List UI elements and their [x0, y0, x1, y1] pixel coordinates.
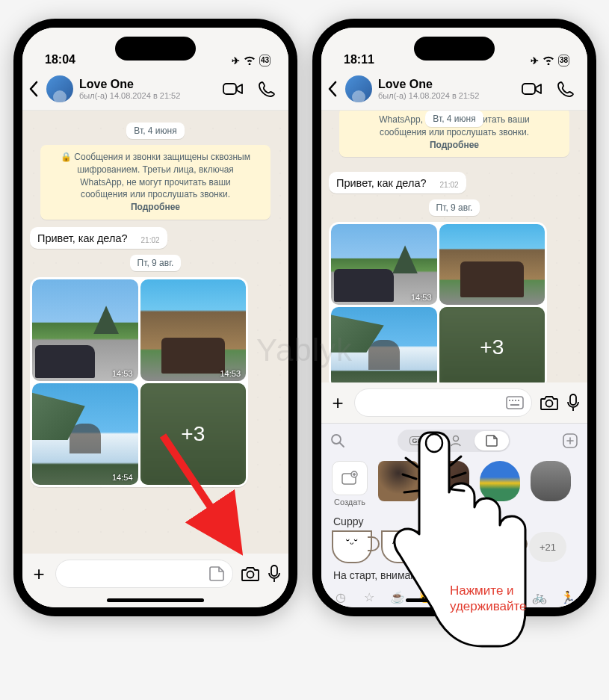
date-separator: Вт, 4 июня [425, 111, 483, 127]
svg-point-13 [332, 435, 341, 444]
svg-rect-10 [510, 404, 519, 406]
phone-left: 18:04 ✈︎ 43 Love One [13, 19, 297, 616]
pack-tab-icon[interactable]: 🚲 [532, 590, 547, 604]
encryption-more[interactable]: Подробнее [55, 201, 256, 214]
sticker-tab-segment: GIF [398, 430, 510, 452]
tab-gif[interactable]: GIF [399, 431, 437, 450]
sticker-pack-label: На старт, внимани [321, 563, 587, 584]
airplane-icon: ✈︎ [531, 55, 539, 66]
encryption-more[interactable]: Подробнее [354, 139, 554, 152]
media-thumb[interactable] [439, 224, 545, 305]
chat-body[interactable]: Вт, 4 июня 🔒 Сообщения и звонки защищены… [22, 111, 288, 554]
wifi-icon [244, 56, 256, 65]
back-button[interactable] [327, 81, 339, 97]
camera-button[interactable] [241, 566, 260, 582]
contact-name: Love One [79, 78, 212, 91]
sticker-search-button[interactable] [330, 433, 345, 448]
date-separator: Пт, 9 авг. [429, 199, 480, 216]
dynamic-island [414, 37, 495, 61]
recent-tab-icon[interactable]: ◷ [333, 590, 348, 604]
sticker-pack-row: ˘ᵕ˘ ^▽^ T_T ಥ_ಥ +21 [321, 530, 587, 563]
media-thumb[interactable]: 14:53 [331, 224, 437, 305]
home-indicator[interactable] [107, 598, 204, 602]
message-incoming[interactable]: Привет, как дела? 21:02 [30, 227, 167, 249]
contact-status: был(-а) 14.08.2024 в 21:52 [378, 91, 511, 100]
camera-button[interactable] [540, 394, 559, 411]
media-thumb[interactable]: 14:53 [32, 279, 138, 381]
chat-header: Love One был(-а) 14.08.2024 в 21:52 [321, 71, 587, 111]
attach-button[interactable]: + [30, 563, 48, 586]
contact-status: был(-а) 14.08.2024 в 21:52 [79, 91, 212, 100]
sticker-item[interactable] [378, 461, 418, 501]
svg-rect-2 [271, 566, 277, 576]
sticker-item[interactable]: ^▽^ [381, 530, 421, 563]
pack-tab-icon[interactable]: ☕ [390, 590, 405, 604]
chat-header: Love One был(-а) 14.08.2024 в 21:52 [22, 71, 288, 111]
svg-line-14 [340, 443, 344, 447]
sticker-item[interactable]: ˘ᵕ˘ [332, 530, 372, 563]
voice-call-button[interactable] [553, 81, 578, 97]
tab-stickers[interactable] [474, 431, 509, 450]
avatar[interactable] [345, 75, 372, 102]
phone-right: 18:11 ✈︎ 38 Love One [312, 19, 596, 616]
pack-tab-icon[interactable]: 🐱 [418, 590, 433, 604]
svg-rect-8 [515, 400, 516, 401]
contact-name: Love One [378, 78, 511, 91]
sticker-item[interactable] [480, 461, 520, 501]
back-button[interactable] [28, 81, 40, 97]
svg-rect-6 [509, 400, 510, 401]
svg-rect-9 [518, 400, 519, 401]
sticker-item[interactable] [531, 461, 571, 501]
svg-point-11 [546, 400, 553, 407]
video-call-button[interactable] [517, 81, 547, 96]
media-thumb[interactable] [331, 307, 437, 382]
sticker-item[interactable]: T_T [430, 530, 471, 563]
battery-icon: 38 [558, 55, 569, 66]
message-input[interactable] [354, 388, 532, 417]
sticker-panel: GIF Создать [321, 423, 587, 607]
wifi-icon [542, 56, 554, 65]
annotation-hand-label: Нажмите и удерживайте [450, 583, 526, 615]
voice-call-button[interactable] [254, 81, 279, 97]
message-time: 21:02 [141, 236, 160, 244]
message-input[interactable] [55, 560, 233, 588]
avatar[interactable] [46, 75, 73, 102]
sticker-create-button[interactable]: Создать [332, 461, 368, 507]
video-call-button[interactable] [218, 81, 248, 96]
svg-rect-4 [522, 84, 535, 94]
media-group[interactable]: 14:53 14:53 14:54 +3 [30, 277, 248, 487]
svg-rect-0 [223, 84, 236, 94]
battery-icon: 43 [259, 55, 271, 66]
media-thumb[interactable]: 14:53 [140, 279, 247, 381]
message-time: 21:02 [440, 181, 459, 189]
status-time: 18:11 [344, 53, 374, 66]
encryption-banner[interactable]: 🔒 Сообщения и звонки защищены сквозным ш… [40, 145, 271, 220]
tab-avatar[interactable] [439, 431, 473, 450]
svg-point-15 [453, 436, 458, 442]
sticker-button[interactable] [208, 566, 225, 582]
attach-button[interactable]: + [329, 391, 347, 415]
pack-tab-icon[interactable]: 🏃 [560, 590, 575, 604]
sticker-more-button[interactable]: +21 [529, 532, 566, 562]
media-thumb[interactable]: 14:54 [32, 383, 138, 485]
date-separator: Пт, 9 авг. [130, 255, 182, 271]
sticker-item[interactable] [429, 461, 469, 501]
date-separator: Вт, 4 июня [126, 123, 184, 139]
dynamic-island [115, 37, 196, 61]
keyboard-button[interactable] [506, 396, 524, 409]
svg-rect-12 [570, 394, 576, 405]
media-thumb-more[interactable]: +3 [140, 383, 247, 485]
message-incoming[interactable]: Привет, как дела? 21:02 [329, 172, 466, 193]
favorites-tab-icon[interactable]: ☆ [362, 590, 377, 604]
svg-rect-7 [512, 400, 513, 401]
chat-body[interactable]: WhatsApp, не могут прочитать ваши сообще… [321, 111, 587, 382]
sticker-item[interactable]: ಥ_ಥ [480, 530, 520, 563]
media-thumb-more[interactable]: +3 [439, 307, 545, 382]
media-group[interactable]: 14:53 +3 [329, 222, 547, 382]
svg-point-1 [247, 572, 254, 578]
contact-info[interactable]: Love One был(-а) 14.08.2024 в 21:52 [378, 78, 511, 100]
mic-button[interactable] [268, 565, 281, 583]
mic-button[interactable] [566, 394, 580, 412]
contact-info[interactable]: Love One был(-а) 14.08.2024 в 21:52 [79, 78, 212, 100]
sticker-add-button[interactable] [562, 433, 578, 449]
